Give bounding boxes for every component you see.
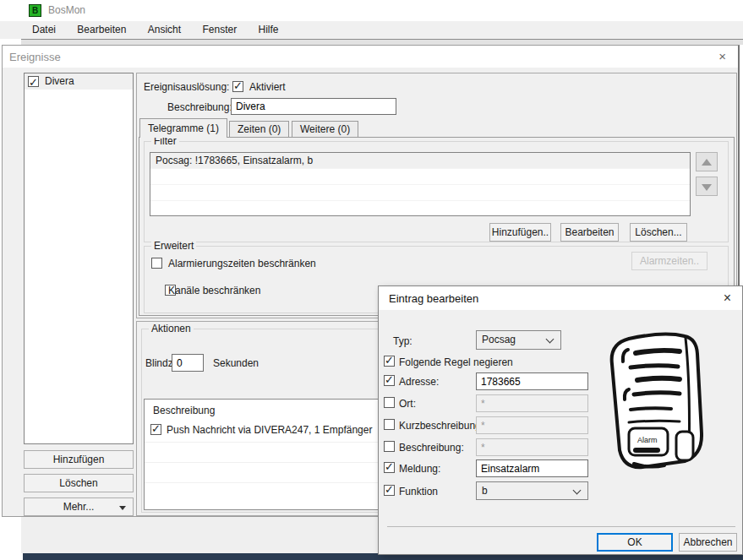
app-titlebar: B BosMon	[0, 0, 743, 21]
filter-add-button[interactable]: Hinzufügen..	[489, 223, 551, 242]
meldung-label: Meldung:	[399, 463, 440, 475]
beschreibung-label: Beschreibung:	[399, 442, 464, 454]
ort-checkbox[interactable]: ✓	[384, 397, 395, 408]
funktion-checkbox[interactable]: ✓	[384, 485, 395, 496]
actions-group-label: Aktionen	[149, 323, 194, 334]
ort-input[interactable]	[476, 394, 588, 412]
meldung-checkbox[interactable]: ✓	[384, 462, 395, 473]
ok-button[interactable]: OK	[597, 533, 673, 552]
advanced-group-label: Erweitert	[151, 240, 196, 252]
activated-checkbox[interactable]: ✓	[232, 81, 243, 92]
ort-label: Ort:	[399, 398, 416, 410]
beschreibung-checkbox[interactable]: ✓	[384, 441, 395, 452]
dialog-titlebar: Eintrag bearbeiten ×	[379, 286, 742, 310]
up-arrow-icon	[702, 159, 712, 166]
menu-bearbeiten[interactable]: Bearbeiten	[68, 21, 135, 39]
funktion-label: Funktion	[399, 486, 438, 497]
trigger-label: Ereignisauslösung:	[144, 81, 229, 93]
actions-list-header: Beschreibung	[153, 405, 215, 416]
kurzbeschreibung-checkbox[interactable]: ✓	[384, 419, 395, 430]
tab-telegramme[interactable]: Telegramme (1)	[139, 118, 227, 138]
filter-list: Pocsag: !1783665, Einsatzalarm, b	[150, 152, 691, 216]
blind-time-input[interactable]	[172, 354, 204, 372]
dropdown-arrow-icon	[119, 506, 126, 510]
negate-label: Folgende Regel negieren	[399, 356, 513, 368]
menu-datei[interactable]: Datei	[23, 21, 65, 39]
activated-label: Aktiviert	[249, 81, 286, 93]
type-select[interactable]: Pocsag	[476, 330, 561, 350]
filter-list-empty-row	[150, 169, 690, 185]
filter-list-item[interactable]: Pocsag: !1783665, Einsatzalarm, b	[150, 153, 690, 169]
move-down-button[interactable]	[696, 177, 718, 196]
chevron-down-icon	[546, 335, 555, 344]
close-icon[interactable]: ×	[724, 291, 731, 306]
event-label: Divera	[45, 75, 74, 87]
description-input[interactable]	[231, 98, 396, 115]
bosmon-app-icon: B	[29, 4, 41, 17]
action-label[interactable]: Push Nachricht via DIVERA247, 1 Empfänge…	[167, 424, 372, 436]
tab-zeiten[interactable]: Zeiten (0)	[229, 121, 289, 138]
edit-entry-dialog: Eintrag bearbeiten × Typ: Pocsag ✓ Folge…	[378, 285, 743, 555]
events-window-title: Ereignisse	[9, 51, 61, 63]
menu-ansicht[interactable]: Ansicht	[139, 21, 190, 39]
filter-list-empty-row	[150, 185, 690, 201]
down-arrow-icon	[702, 184, 712, 191]
action-checkbox[interactable]: ✓	[150, 424, 161, 435]
restrict-channels-label: Kanäle beschränken	[168, 285, 260, 296]
delete-event-button[interactable]: Löschen	[24, 474, 134, 492]
app-title: BosMon	[48, 4, 85, 16]
chevron-down-icon	[573, 487, 582, 495]
filter-edit-button[interactable]: Bearbeiten	[560, 223, 619, 242]
event-settings-panel: Ereignisauslösung: ✓ Aktiviert Beschreib…	[136, 73, 737, 318]
kurzbeschreibung-input[interactable]	[476, 416, 588, 434]
tab-weitere[interactable]: Weitere (0)	[292, 121, 358, 138]
restrict-alarm-times-checkbox[interactable]: ✓	[151, 258, 162, 269]
address-label: Adresse:	[399, 376, 439, 388]
mdi-top-edge	[21, 39, 743, 45]
filter-list-empty-row	[150, 201, 690, 217]
event-list: ✓ Divera	[24, 73, 134, 444]
restrict-alarm-times-label: Alarmierungszeiten beschränken	[168, 258, 316, 269]
dialog-title: Eintrag bearbeiten	[389, 292, 478, 305]
move-up-button[interactable]	[696, 152, 718, 171]
event-checkbox[interactable]: ✓	[28, 76, 39, 87]
close-icon[interactable]: ×	[718, 49, 726, 63]
kurzbeschreibung-label: Kurzbeschreibung:	[399, 420, 483, 432]
filter-group: Filter Pocsag: !1783665, Einsatzalarm, b…	[144, 141, 729, 242]
menu-fenster[interactable]: Fenster	[193, 21, 246, 39]
type-label: Typ:	[393, 335, 412, 347]
pager-sketch-image: Alarm	[600, 327, 718, 472]
filter-delete-button[interactable]: Löschen...	[630, 223, 687, 242]
menu-hilfe[interactable]: Hilfe	[249, 21, 287, 39]
menu-bar: Datei Bearbeiten Ansicht Fenster Hilfe	[0, 21, 743, 39]
events-window-titlebar: Ereignisse ×	[3, 46, 738, 68]
beschreibung-input[interactable]	[476, 438, 588, 456]
address-input[interactable]	[476, 372, 588, 390]
event-list-item[interactable]: ✓ Divera	[25, 73, 133, 90]
description-label: Beschreibung:	[167, 101, 232, 113]
meldung-input[interactable]	[476, 459, 588, 477]
blind-time-unit: Sekunden	[213, 357, 259, 369]
dialog-divider	[387, 526, 735, 527]
negate-checkbox[interactable]: ✓	[384, 356, 395, 367]
add-event-button[interactable]: Hinzufügen	[24, 450, 134, 469]
alarm-times-button[interactable]: Alarmzeiten..	[631, 252, 707, 270]
cancel-button[interactable]: Abbrechen	[679, 533, 737, 552]
more-button[interactable]: Mehr...	[24, 497, 134, 516]
address-checkbox[interactable]: ✓	[384, 375, 395, 386]
funktion-select[interactable]: b	[476, 481, 588, 500]
svg-text:Alarm: Alarm	[637, 436, 658, 444]
